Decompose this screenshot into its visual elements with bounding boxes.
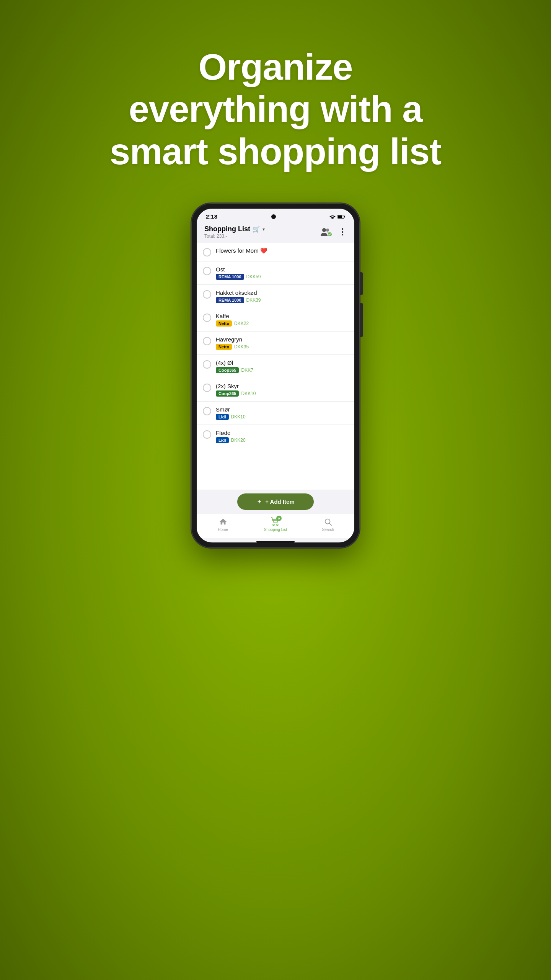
item-price: DKK39 xyxy=(246,297,261,303)
add-item-button[interactable]: ＋ + Add Item xyxy=(237,493,314,510)
more-options-icon[interactable]: ⋮ xyxy=(338,227,347,237)
nav-search[interactable]: Search xyxy=(315,517,341,532)
item-content: (4x) ØlCoop365DKK7 xyxy=(216,359,348,373)
header-title-row: Shopping List 🛒 ▾ xyxy=(204,225,265,233)
item-name: Kaffe xyxy=(216,313,348,319)
add-item-label: + Add Item xyxy=(265,498,295,505)
home-icon xyxy=(218,517,228,526)
store-badge: REMA 1000 xyxy=(216,297,244,303)
item-content: Flowers for Mom ❤️ xyxy=(216,247,348,254)
list-item[interactable]: OstREMA 1000DKK59 xyxy=(197,261,354,285)
item-checkbox[interactable] xyxy=(203,407,211,415)
item-checkbox[interactable] xyxy=(203,360,211,369)
app-header: Shopping List 🛒 ▾ Total: 233,- xyxy=(197,222,354,243)
header-title: Shopping List xyxy=(204,225,250,233)
svg-point-3 xyxy=(322,228,326,232)
list-item[interactable]: KaffeNettoDKK22 xyxy=(197,308,354,332)
svg-rect-2 xyxy=(344,216,345,217)
header-left: Shopping List 🛒 ▾ Total: 233,- xyxy=(204,225,265,239)
item-price: DKK22 xyxy=(234,321,249,326)
home-label: Home xyxy=(218,528,228,532)
add-item-plus: ＋ xyxy=(256,498,262,505)
item-tags: Coop365DKK10 xyxy=(216,390,348,397)
item-tags: Coop365DKK7 xyxy=(216,367,348,373)
search-label: Search xyxy=(322,528,334,532)
item-checkbox[interactable] xyxy=(203,430,211,439)
store-badge: Lidl xyxy=(216,414,229,420)
cart-badge: 9 xyxy=(276,516,282,521)
list-item[interactable]: Flowers for Mom ❤️ xyxy=(197,243,354,261)
svg-line-7 xyxy=(329,523,331,525)
item-checkbox[interactable] xyxy=(203,337,211,345)
store-badge: Netto xyxy=(216,320,232,327)
item-price: DKK59 xyxy=(246,274,261,279)
list-item[interactable]: HavregrynNettoDKK35 xyxy=(197,332,354,355)
hero-line3: smart shopping list xyxy=(110,131,441,172)
item-name: (2x) Skyr xyxy=(216,383,348,389)
item-name: Fløde xyxy=(216,430,348,436)
item-name: Hakket oksekød xyxy=(216,289,348,296)
home-bar xyxy=(256,541,295,542)
item-content: SmørLidlDKK10 xyxy=(216,406,348,420)
list-item[interactable]: SmørLidlDKK10 xyxy=(197,402,354,425)
item-price: DKK7 xyxy=(241,368,253,373)
share-people-icon[interactable] xyxy=(319,225,333,239)
item-content: OstREMA 1000DKK59 xyxy=(216,266,348,280)
bottom-nav: Home 9 Shopping List xyxy=(197,514,354,538)
item-name: Ost xyxy=(216,266,348,273)
hero-line2: everything with a xyxy=(129,88,422,129)
status-icons xyxy=(329,214,345,219)
nav-shopping-list[interactable]: 9 Shopping List xyxy=(262,517,289,532)
wifi-icon xyxy=(329,214,336,219)
svg-rect-1 xyxy=(338,215,342,218)
item-price: DKK35 xyxy=(234,344,249,350)
cart-icon: 🛒 xyxy=(253,225,260,233)
item-tags: REMA 1000DKK39 xyxy=(216,297,348,303)
phone-screen: 2:18 Shopping List xyxy=(197,209,354,542)
status-time: 2:18 xyxy=(206,213,217,220)
svg-point-4 xyxy=(326,229,329,232)
item-content: HavregrynNettoDKK35 xyxy=(216,336,348,350)
hero-line1: Organize xyxy=(199,46,353,87)
store-badge: Coop365 xyxy=(216,390,239,397)
item-checkbox[interactable] xyxy=(203,248,211,256)
header-right: ⋮ xyxy=(319,225,347,239)
item-checkbox[interactable] xyxy=(203,314,211,322)
item-name: (4x) Øl xyxy=(216,359,348,366)
item-content: FlødeLidlDKK20 xyxy=(216,430,348,443)
status-bar: 2:18 xyxy=(197,209,354,222)
item-price: DKK10 xyxy=(241,391,256,396)
item-content: Hakket oksekødREMA 1000DKK39 xyxy=(216,289,348,303)
item-name: Flowers for Mom ❤️ xyxy=(216,247,348,254)
item-price: DKK10 xyxy=(231,414,246,420)
header-total: Total: 233,- xyxy=(204,234,265,239)
phone-outer: 2:18 Shopping List xyxy=(191,203,360,548)
list-item[interactable]: (2x) SkyrCoop365DKK10 xyxy=(197,378,354,402)
store-badge: Lidl xyxy=(216,437,229,443)
list-item[interactable]: Hakket oksekødREMA 1000DKK39 xyxy=(197,285,354,308)
item-tags: REMA 1000DKK59 xyxy=(216,274,348,280)
list-item[interactable]: (4x) ØlCoop365DKK7 xyxy=(197,355,354,378)
item-checkbox[interactable] xyxy=(203,290,211,299)
cart-nav-icon: 9 xyxy=(271,517,280,526)
list-item[interactable]: FlødeLidlDKK20 xyxy=(197,425,354,448)
item-tags: LidlDKK10 xyxy=(216,414,348,420)
item-checkbox[interactable] xyxy=(203,384,211,392)
item-tags: NettoDKK22 xyxy=(216,320,348,327)
store-badge: Coop365 xyxy=(216,367,239,373)
item-tags: LidlDKK20 xyxy=(216,437,348,443)
item-tags: NettoDKK35 xyxy=(216,344,348,350)
nav-home[interactable]: Home xyxy=(210,517,236,532)
shopping-list-label: Shopping List xyxy=(264,528,287,532)
add-item-bar: ＋ + Add Item xyxy=(197,490,354,514)
hero-text: Organize everything with a smart shoppin… xyxy=(72,46,479,173)
item-checkbox[interactable] xyxy=(203,267,211,275)
chevron-down-icon: ▾ xyxy=(262,227,265,232)
item-content: (2x) SkyrCoop365DKK10 xyxy=(216,383,348,397)
item-name: Smør xyxy=(216,406,348,413)
camera-dot xyxy=(271,214,276,219)
battery-icon xyxy=(337,214,345,219)
item-name: Havregryn xyxy=(216,336,348,343)
store-badge: REMA 1000 xyxy=(216,274,244,280)
item-price: DKK20 xyxy=(231,438,246,443)
